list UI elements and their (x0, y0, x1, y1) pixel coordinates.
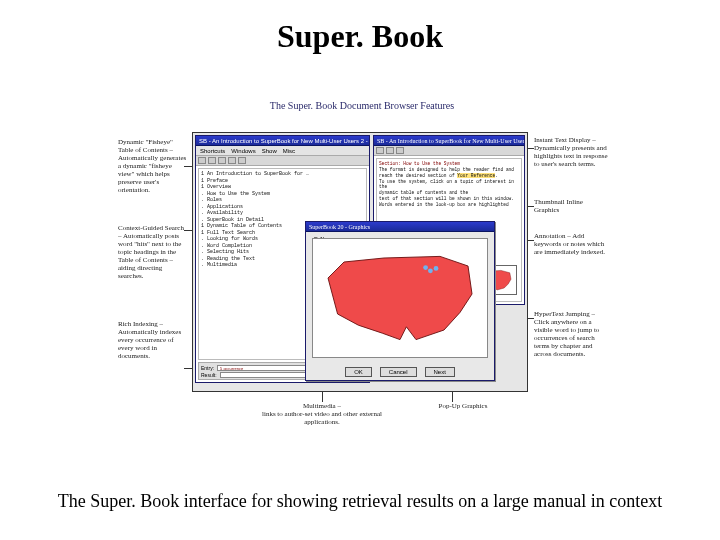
menu-item[interactable]: Shortcuts (200, 148, 225, 154)
toc-titlebar[interactable]: SB - An Introduction to SuperBook for Ne… (196, 136, 369, 146)
annot-body: Automatically indexes every occurrence o… (118, 328, 181, 360)
highlighted-term[interactable]: Your Reference (457, 173, 495, 178)
annot-body: Automatically generates a dynamic "fishe… (118, 154, 186, 194)
window-popup-graphics[interactable]: SuperBook 20 - Graphics F-1b OK Cancel N… (305, 221, 495, 381)
toc-menubar[interactable]: Shortcuts Windows Show Misc (196, 146, 369, 156)
leader-line (452, 392, 453, 402)
popup-button-row: OK Cancel Next (306, 367, 494, 377)
text-line: The format is designed to help the reade… (379, 167, 519, 173)
toolbar-button[interactable] (218, 157, 226, 164)
annot-right-2: Annotation – Add keywords or notes which… (534, 232, 608, 256)
figure-title: The Super. Book Document Browser Feature… (122, 100, 602, 111)
text-line: To use the system, click on a topic of i… (379, 179, 519, 191)
next-button[interactable]: Next (425, 367, 455, 377)
toolbar-button[interactable] (376, 147, 384, 154)
annot-right-0: Instant Text Display – Dynamically prese… (534, 136, 608, 168)
status-label: Result: (201, 372, 217, 378)
toolbar-button[interactable] (198, 157, 206, 164)
annot-body: Dynamically presents and highlights text… (534, 144, 608, 168)
annot-left-2: Rich Indexing – Automatically indexes ev… (118, 320, 188, 360)
annot-body: Automatically posts word "hits" next to … (118, 232, 181, 280)
annot-title: Annotation – (534, 232, 571, 240)
svg-point-1 (428, 268, 433, 273)
annot-right-3: HyperText Jumping – Click anywhere on a … (534, 310, 608, 358)
annot-title: Rich Indexing – (118, 320, 163, 328)
cancel-button[interactable]: Cancel (380, 367, 417, 377)
menu-item[interactable]: Show (262, 148, 277, 154)
svg-point-0 (423, 265, 428, 270)
text-titlebar[interactable]: SB - An Introduction to SuperBook for Ne… (374, 136, 524, 146)
annot-left-0: Dynamic "Fisheye" Table of Contents – Au… (118, 138, 188, 194)
popup-titlebar[interactable]: SuperBook 20 - Graphics (306, 222, 494, 232)
annot-left-1: Context-Guided Search – Automatically po… (118, 224, 188, 280)
status-label: Entry: (201, 365, 214, 371)
annot-bottom-1: Pop-Up Graphics (418, 402, 508, 410)
text-line: Words entered in the look-up box are hig… (379, 202, 519, 208)
annot-body: links to author-set video and other exte… (262, 410, 382, 426)
annot-title: Pop-Up Graphics (439, 402, 488, 410)
annot-title: HyperText Jumping – (534, 310, 595, 318)
us-map-icon (320, 248, 480, 348)
figure-container: The Super. Book Document Browser Feature… (122, 96, 602, 456)
toolbar-button[interactable] (208, 157, 216, 164)
toolbar-button[interactable] (386, 147, 394, 154)
leader-line (322, 392, 323, 402)
text-toolbar (374, 146, 524, 156)
toolbar-button[interactable] (238, 157, 246, 164)
annot-title: Multimedia – (303, 402, 341, 410)
menu-item[interactable]: Windows (231, 148, 255, 154)
toolbar-button[interactable] (396, 147, 404, 154)
slide-caption: The Super. Book interface for showing re… (0, 491, 720, 512)
annot-title: Dynamic "Fisheye" Table of Contents – (118, 138, 173, 154)
toc-toolbar (196, 156, 369, 166)
annot-title: Instant Text Display – (534, 136, 596, 144)
annot-title: Thumbnail Inline Graphics (534, 198, 583, 214)
popup-body (312, 238, 488, 358)
svg-point-2 (434, 266, 439, 271)
menu-item[interactable]: Misc (283, 148, 295, 154)
annot-right-1: Thumbnail Inline Graphics (534, 198, 608, 214)
annot-body: Click anywhere on a visible word to jump… (534, 318, 599, 358)
slide-title: Super. Book (0, 18, 720, 55)
annot-bottom-0: Multimedia – links to author-set video a… (262, 402, 382, 426)
screenshot-area: SB - An Introduction to SuperBook for Ne… (192, 132, 528, 392)
toolbar-button[interactable] (228, 157, 236, 164)
ok-button[interactable]: OK (345, 367, 372, 377)
